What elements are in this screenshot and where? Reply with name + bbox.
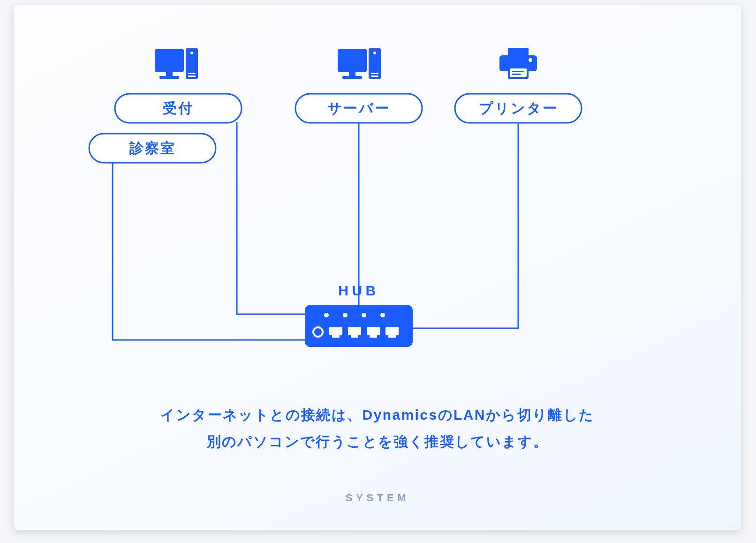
pc-icon bbox=[155, 48, 198, 79]
node-reception-label: 受付 bbox=[163, 100, 194, 116]
svg-rect-6 bbox=[188, 75, 196, 77]
svg-point-11 bbox=[373, 52, 376, 54]
wire-printer-hub bbox=[413, 122, 518, 328]
node-examroom-label: 診察室 bbox=[129, 140, 176, 156]
svg-point-4 bbox=[190, 52, 193, 54]
svg-rect-5 bbox=[188, 73, 196, 74]
server-pc-icon bbox=[338, 48, 381, 79]
node-printer-label: プリンター bbox=[479, 100, 558, 116]
svg-point-28 bbox=[343, 313, 348, 317]
svg-rect-9 bbox=[342, 76, 362, 79]
svg-point-27 bbox=[324, 313, 329, 317]
hub-icon bbox=[305, 305, 413, 347]
system-tag: SYSTEM bbox=[14, 492, 741, 504]
wire-reception-hub bbox=[237, 122, 305, 314]
node-printer: プリンター bbox=[455, 94, 582, 123]
svg-rect-12 bbox=[371, 73, 378, 74]
svg-rect-20 bbox=[512, 71, 524, 72]
svg-rect-7 bbox=[338, 49, 367, 72]
svg-rect-0 bbox=[155, 49, 184, 72]
hub-label: HUB bbox=[338, 283, 379, 298]
svg-rect-19 bbox=[510, 68, 527, 77]
node-server: サーバー bbox=[295, 94, 422, 123]
svg-rect-2 bbox=[159, 76, 179, 79]
svg-rect-13 bbox=[371, 75, 378, 77]
wire-examroom-hub bbox=[113, 162, 305, 340]
node-server-label: サーバー bbox=[327, 100, 390, 116]
svg-rect-21 bbox=[512, 74, 521, 75]
svg-rect-26 bbox=[305, 305, 413, 347]
svg-rect-1 bbox=[166, 72, 173, 76]
svg-point-29 bbox=[362, 313, 366, 317]
diagram-card: 受付 診察室 サーバー プリンター HUB bbox=[14, 5, 741, 530]
footer-line-2: 別のパソコンで行うことを強く推奨しています。 bbox=[14, 428, 741, 455]
svg-point-16 bbox=[529, 58, 532, 62]
svg-point-30 bbox=[380, 313, 385, 317]
node-examroom: 診察室 bbox=[89, 134, 216, 163]
printer-icon bbox=[499, 48, 537, 79]
footer-note: インターネットとの接続は、DynamicsのLANから切り離した 別のパソコンで… bbox=[14, 401, 741, 455]
footer-line-1: インターネットとの接続は、DynamicsのLANから切り離した bbox=[14, 401, 741, 428]
node-reception: 受付 bbox=[115, 94, 242, 123]
svg-rect-8 bbox=[349, 72, 355, 76]
svg-rect-14 bbox=[508, 48, 529, 55]
